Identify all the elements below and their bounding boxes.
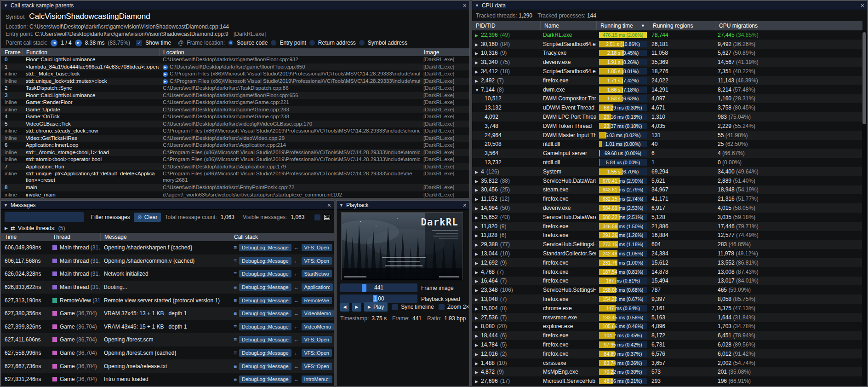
cpu-process-row[interactable]: ▶27,536(7) msvsmon.exe 133.45 ms (0.58%)… [472, 313, 862, 322]
close-icon[interactable]: × [463, 202, 467, 208]
tree-arrow-icon[interactable]: ▶ [475, 306, 481, 311]
callstack-icon[interactable]: ≡ [234, 297, 237, 304]
tree-arrow-icon[interactable]: ▶ [475, 33, 481, 38]
tree-arrow-icon[interactable]: ▶ [475, 379, 481, 384]
tree-arrow-icon[interactable]: ▶ [475, 170, 481, 174]
callstack-table-row[interactable]: inline std::chrono::steady_clock::now ▶C… [1, 127, 469, 135]
sync-timeline-checkbox[interactable] [392, 304, 398, 310]
callstack-table-row[interactable]: inline invoke_main ▶d:\agent\_work\63\s\… [1, 191, 469, 198]
message-row[interactable]: 606,117,568ns Main thread (31,596) Openi… [1, 254, 334, 268]
message-filter-input[interactable] [5, 212, 84, 222]
cpu-process-row[interactable]: ▶11,820(9) firefox.exe 346.58 ms (1.50%)… [472, 222, 862, 231]
cpu-process-row[interactable]: 10,512 DWM Compositor Thread 1.53 s (6.6… [472, 94, 862, 104]
callstack-frame-chip[interactable]: VFS::Open [302, 336, 332, 343]
cpu-process-row[interactable]: ▶14,984(50) devenv.exe 584.69 ms (2.53%)… [472, 203, 862, 213]
message-row[interactable]: 606,049,398ns Main thread (31,596) Openi… [1, 241, 334, 254]
callstack-table-row[interactable]: 0 Floor::CalcLightNoLuminance ▶C:\Users\… [1, 56, 469, 64]
collapse-icon[interactable]: ▼ [339, 203, 343, 208]
show-time-checkbox[interactable]: ✓ [136, 40, 142, 46]
callstack-frame-chip[interactable]: RemoteVie [302, 297, 332, 304]
cpu-process-row[interactable]: 13,732 ntdll.dll 5.84 us (0.00%) 1 0 (0.… [472, 158, 862, 167]
radio-return-address[interactable] [309, 40, 315, 46]
callstack-table-row[interactable]: inline Video::GetTicksHiRes ▶C:\Users\wo… [1, 135, 469, 142]
message-row[interactable]: 627,831,246ns Game (36,704) Intro menu l… [1, 373, 334, 386]
col-function[interactable]: Function [22, 48, 159, 56]
tree-arrow-icon[interactable]: ▶ [475, 60, 481, 65]
message-row[interactable]: 627,667,736ns Game (36,704) Opening /met… [1, 359, 334, 373]
col-message[interactable]: Message [100, 233, 230, 241]
callstack-frame-chip[interactable]: StartNetwo [302, 270, 332, 277]
message-row[interactable]: 627,411,606ns Game (36,704) Opening /for… [1, 333, 334, 347]
clear-button[interactable]: ⊗ Clear [134, 213, 161, 222]
tree-arrow-icon[interactable]: ▶ [475, 324, 481, 329]
play-button[interactable]: ▶ Play [364, 302, 388, 312]
cpu-process-row[interactable]: ▶8,080(20) explorer.exe 105.66 ms (0.46%… [472, 322, 862, 331]
close-icon[interactable]: × [861, 2, 864, 9]
col-running-time[interactable]: Running time▼ [596, 21, 649, 30]
cpu-process-row[interactable]: ▶27,696(17) Microsoft.ServiceHub.Co 48.0… [472, 376, 862, 386]
cpu-process-row[interactable]: 24,964 DWM Master Input Thread 5.03 ms (… [472, 131, 862, 140]
callstack-frame-chip[interactable]: DebugLog::Message [239, 336, 291, 343]
callstack-table-row[interactable]: 6 Application::InnerLoop ▶C:\Users\wolf\… [1, 142, 469, 149]
cpu-process-row[interactable]: 20,508 ntdll.dll 1.01 ms (0.00%) 40 25 (… [472, 140, 862, 149]
cpu-titlebar[interactable]: ▼ CPU data × [472, 1, 867, 10]
tree-arrow-icon[interactable]: ▶ [475, 297, 481, 302]
playback-titlebar[interactable]: ▼ Playback × [337, 201, 469, 210]
callstack-icon[interactable]: ≡ [234, 271, 237, 277]
cpu-process-row[interactable]: ▶13,048(7) firefox.exe 154.28 ms (0.67%)… [472, 295, 862, 304]
callstack-table-row[interactable]: inline std::_Atomic_storage<bool,1>::loa… [1, 149, 469, 156]
tree-arrow-icon[interactable]: ▶ [475, 343, 481, 347]
callstack-frame-chip[interactable]: DebugLog::Message [239, 363, 291, 370]
cpu-process-row[interactable]: ▶4(126) System 1.55 s (6.70%) 69,294 34,… [472, 167, 862, 176]
cpu-process-row[interactable]: ▶4,872(9) MsMpEng.exe 70.22 ms (0.30%) 5… [472, 367, 862, 376]
cpu-process-row[interactable]: 3,748 DWM Token Thread 23.37 ms (0.10%) … [472, 121, 862, 131]
callstack-table-row[interactable]: inline std::atomic<bool>::operator bool … [1, 156, 469, 163]
callstack-table-row[interactable]: inline std::_Mutex_base::lock ▶C:\Progra… [1, 70, 469, 78]
callstack-icon[interactable]: ≡ [234, 350, 237, 356]
callstack-frame-chip[interactable]: VFS::Open [302, 363, 332, 370]
cpu-process-row[interactable]: ▶14,784(5) firefox.exe 97.95 ms (0.42%) … [472, 340, 862, 349]
close-icon[interactable]: × [327, 202, 331, 208]
callstack-icon[interactable]: ≡ [234, 376, 237, 382]
tree-arrow-icon[interactable]: ▼ [475, 88, 481, 92]
col-running-regions[interactable]: Running regions [649, 21, 715, 30]
tree-arrow-icon[interactable]: ▶ [475, 288, 481, 293]
message-row[interactable]: 627,399,326ns Game (36,704) VRAM 43x45: … [1, 320, 334, 334]
callstack-frame-chip[interactable]: Application: [302, 283, 333, 291]
message-row[interactable]: 626,024,328ns Main thread (31,596) Netwo… [1, 267, 334, 281]
tree-arrow-icon[interactable]: ▶ [475, 352, 481, 357]
cpu-process-row[interactable]: ▶4,768(7) firefox.exe 187.54 ms (0.81%) … [472, 267, 862, 277]
cpu-process-row[interactable]: ▶11,828(6) firefox.exe 291.26 ms (1.26%)… [472, 231, 862, 240]
callstack-table-row[interactable]: 8 main ▶C:\Users\wolf\Desktop\darkrl\src… [1, 184, 469, 191]
cpu-process-row[interactable]: ▶15,004(8) chrome.exe 147 ms (0.64%) 7,1… [472, 304, 862, 313]
next-parent-button[interactable]: ▶ [75, 40, 82, 46]
zoom-checkbox[interactable] [439, 304, 445, 310]
callstack-frame-chip[interactable]: VFS::Open [302, 349, 332, 357]
cpu-process-row[interactable]: ▼7,144(8) dwm.exe 1.66 s (7.18%) 14,291 … [472, 85, 862, 94]
callstack-frame-chip[interactable]: VFS::Open [302, 257, 332, 265]
cpu-scrollbar[interactable] [862, 30, 867, 386]
radio-symbol-address[interactable] [359, 40, 365, 46]
cpu-process-row[interactable]: ▶16,464(7) firefox.exe 187 ms (0.81%) 15… [472, 277, 862, 286]
callstack-table-row[interactable]: 5 VideoGLBase::Tick ▶C:\Users\wolf\Deskt… [1, 121, 469, 128]
tree-closed-icon[interactable]: ▶ [5, 226, 8, 231]
col-callstack[interactable]: Call stack [230, 233, 334, 241]
callstack-frame-chip[interactable]: DebugLog::Message [239, 349, 291, 357]
cpu-process-row[interactable]: ▶13,044(10) StandardCollector.Servic 242… [472, 249, 862, 258]
tree-arrow-icon[interactable]: ▶ [475, 51, 481, 56]
callstack-icon[interactable]: ≡ [234, 323, 237, 330]
next-frame-button[interactable]: ▶ [352, 303, 361, 312]
cpu-process-row[interactable]: ▶18,444(6) firefox.exe 104.2 ms (0.45%) … [472, 331, 862, 340]
tree-arrow-icon[interactable]: ▶ [475, 243, 481, 247]
callstack-frame-chip[interactable]: VFS::Open [302, 244, 332, 251]
cpu-process-row[interactable]: ▶15,652(43) ServiceHub.DataWarehou 580.2… [472, 213, 862, 222]
collapse-icon[interactable]: ▼ [4, 3, 8, 8]
tree-arrow-icon[interactable]: ▶ [475, 252, 481, 256]
callstack-table-row[interactable]: 4 Game::OnTick ▶C:\Users\wolf\Desktop\da… [1, 113, 469, 121]
open-source-icon[interactable]: ▶ [163, 72, 168, 77]
tree-arrow-icon[interactable]: ▶ [475, 179, 481, 184]
callstack-table-row[interactable]: 1 <lambda_84a19dc444fae966ca174e83e708bd… [1, 64, 469, 71]
collapse-icon[interactable]: ▼ [4, 203, 8, 208]
radio-entry-point[interactable] [271, 40, 276, 46]
tree-arrow-icon[interactable]: ▶ [475, 42, 481, 47]
